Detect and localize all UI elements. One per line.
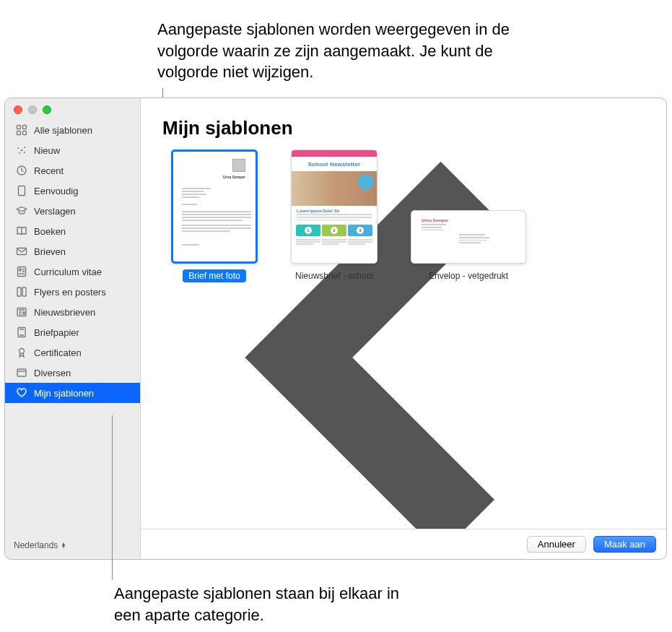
template-tile-newsletter[interactable]: School Newsletter Lorem Ipsum Dolor Sit … <box>289 150 379 282</box>
svg-point-7 <box>19 152 20 154</box>
sidebar-item-label: Recent <box>34 165 64 176</box>
zoom-window-button[interactable] <box>43 105 51 114</box>
sidebar-item-recent[interactable]: Recent <box>5 160 140 181</box>
newspaper-icon <box>15 306 28 319</box>
sidebar-list: Alle sjablonen Nieuw Recent Eenvoudig Ve… <box>5 120 140 533</box>
sidebar-item-label: Diversen <box>34 368 71 378</box>
template-grid: Urna Semper Brief met foto School Newsle… <box>141 150 666 282</box>
sidebar-item-my-templates[interactable]: Mijn sjablonen <box>5 383 140 403</box>
svg-point-4 <box>21 150 23 152</box>
ribbon-icon <box>15 346 28 359</box>
newsletter-lorem: Lorem Ipsum Dolor Sit <box>292 206 377 214</box>
book-icon <box>15 225 28 238</box>
sidebar-item-letters[interactable]: Brieven <box>5 241 140 261</box>
sidebar-item-books[interactable]: Boeken <box>5 221 140 241</box>
letterhead-icon <box>15 326 28 339</box>
sidebar-item-new[interactable]: Nieuw <box>5 140 140 160</box>
callout-bottom: Aangepaste sjablonen staan bij elkaar in… <box>114 583 417 625</box>
svg-point-13 <box>19 269 22 271</box>
sidebar-item-label: Curriculum vitae <box>34 267 102 277</box>
create-button[interactable]: Maak aan <box>593 536 656 553</box>
language-label: Nederlands <box>14 540 58 550</box>
minimize-window-button[interactable] <box>28 105 37 114</box>
profile-icon <box>15 265 28 278</box>
svg-rect-2 <box>17 131 21 135</box>
template-label: Brief met foto <box>183 269 245 282</box>
callout-line <box>112 415 113 580</box>
folder-icon <box>15 366 28 379</box>
sidebar-item-label: Brieven <box>34 246 66 257</box>
template-chooser-window: Alle sjablonen Nieuw Recent Eenvoudig Ve… <box>4 98 667 560</box>
sidebar-item-flyers[interactable]: Flyers en posters <box>5 282 140 302</box>
envelope-icon <box>15 245 28 258</box>
clock-icon <box>15 164 28 177</box>
sidebar-item-label: Briefpapier <box>34 327 79 338</box>
sidebar-item-label: Alle sjablonen <box>34 125 92 136</box>
sidebar-item-certificates[interactable]: Certificaten <box>5 342 140 363</box>
svg-point-5 <box>17 147 19 149</box>
sidebar-item-label: Nieuwsbrieven <box>34 307 95 318</box>
template-tile-letter[interactable]: Urna Semper Brief met foto <box>171 150 258 282</box>
page-icon <box>15 184 28 197</box>
sidebar-item-cv[interactable]: Curriculum vitae <box>5 261 140 282</box>
footer-bar: Annuleer Maak aan <box>141 529 666 559</box>
window-controls <box>5 98 140 120</box>
template-label: Envelop - vetgedrukt <box>423 269 514 282</box>
envelope-sender: Urna Semper <box>422 218 515 222</box>
page-title: Mijn sjablonen <box>141 116 666 150</box>
sidebar-item-newsletters[interactable]: Nieuwsbrieven <box>5 302 140 322</box>
close-window-button[interactable] <box>14 105 22 114</box>
sidebar-item-label: Flyers en posters <box>34 287 106 298</box>
sparkle-icon <box>15 144 28 157</box>
sidebar-item-reports[interactable]: Verslagen <box>5 201 140 221</box>
sidebar-item-stationery[interactable]: Briefpapier <box>5 322 140 342</box>
svg-rect-15 <box>22 287 26 296</box>
updown-icon: ▲▼ <box>61 542 66 548</box>
template-tile-envelope[interactable]: Urna Semper Envelop - vetgedrukt <box>411 210 526 282</box>
svg-rect-19 <box>17 369 26 376</box>
graduation-icon <box>15 204 28 217</box>
newsletter-heading: School Newsletter <box>308 161 361 168</box>
sidebar-item-label: Eenvoudig <box>34 186 78 196</box>
sidebar-item-label: Boeken <box>34 226 66 237</box>
sidebar-item-label: Nieuw <box>34 145 60 156</box>
template-thumbnail: School Newsletter Lorem Ipsum Dolor Sit … <box>291 150 378 264</box>
main-panel: Mijn sjablonen Urna Semper Brief met fot… <box>141 98 666 559</box>
svg-point-8 <box>24 152 25 153</box>
sidebar-item-misc[interactable]: Diversen <box>5 363 140 383</box>
callout-top: Aangepaste sjablonen worden weergegeven … <box>157 19 533 83</box>
svg-point-6 <box>24 147 25 148</box>
sidebar-item-basic[interactable]: Eenvoudig <box>5 181 140 201</box>
sidebar-item-all-templates[interactable]: Alle sjablonen <box>5 120 140 140</box>
svg-rect-10 <box>19 186 25 196</box>
svg-rect-3 <box>23 131 27 135</box>
svg-point-18 <box>19 349 25 354</box>
template-label: Nieuwsbrief - school <box>289 269 379 282</box>
grid-icon <box>15 124 28 137</box>
svg-rect-14 <box>17 287 21 296</box>
svg-rect-0 <box>17 126 21 129</box>
sidebar-item-label: Certificaten <box>34 347 82 358</box>
template-thumbnail: Urna Semper <box>411 210 526 264</box>
template-thumbnail: Urna Semper <box>171 150 258 264</box>
sidebar-item-label: Verslagen <box>34 206 76 217</box>
svg-rect-1 <box>23 126 27 129</box>
language-selector[interactable]: Nederlands ▲▼ <box>5 533 140 559</box>
columns-icon <box>15 285 28 298</box>
heart-icon <box>15 386 28 399</box>
sidebar-item-label: Mijn sjablonen <box>34 388 94 399</box>
sidebar: Alle sjablonen Nieuw Recent Eenvoudig Ve… <box>5 98 141 559</box>
cancel-button[interactable]: Annuleer <box>527 536 586 553</box>
